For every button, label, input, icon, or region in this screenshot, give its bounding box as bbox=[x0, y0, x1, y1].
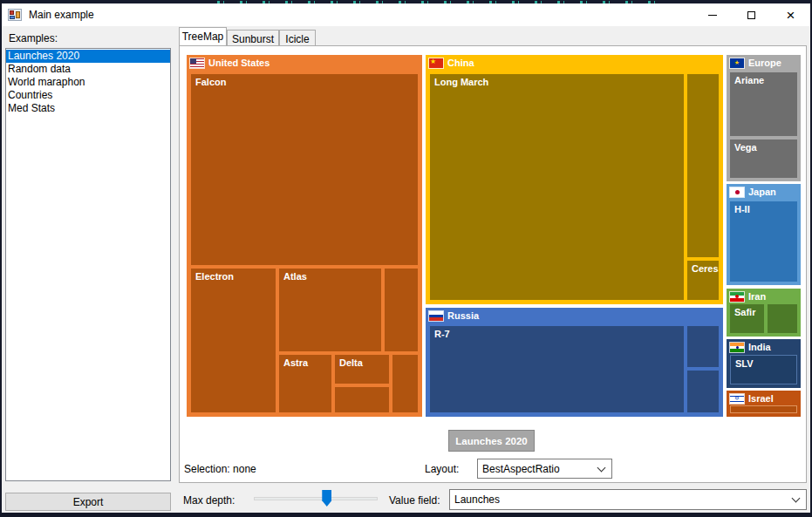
treemap-group-israel[interactable]: Israel bbox=[727, 391, 801, 417]
minimize-icon bbox=[708, 15, 717, 16]
close-button[interactable]: × bbox=[771, 3, 810, 26]
il-flag-icon bbox=[730, 394, 744, 404]
export-button[interactable]: Export bbox=[5, 493, 171, 511]
in-flag-icon bbox=[730, 343, 744, 352]
treemap-node-safir[interactable]: Safir bbox=[730, 304, 764, 333]
layout-label: Layout: bbox=[425, 463, 459, 475]
window-bottom-border bbox=[0, 513, 812, 517]
layout-combobox-value: BestAspectRatio bbox=[482, 463, 560, 475]
node-label: Safir bbox=[730, 304, 764, 317]
group-header[interactable]: United States bbox=[187, 55, 422, 71]
maximize-icon bbox=[747, 11, 755, 19]
group-header[interactable]: Iran bbox=[727, 289, 801, 304]
node-label: Long March bbox=[430, 74, 684, 87]
eu-flag-icon bbox=[730, 58, 744, 68]
node-label: H-II bbox=[730, 201, 797, 214]
treemap-node-falcon[interactable]: Falcon bbox=[191, 74, 418, 265]
treemap-group-iran[interactable]: IranSafir bbox=[727, 289, 801, 337]
treemap-node-r-7[interactable]: R-7 bbox=[430, 326, 684, 412]
node-label: Delta bbox=[335, 355, 389, 368]
group-header[interactable]: Israel bbox=[727, 391, 801, 406]
group-name: United States bbox=[208, 58, 270, 68]
treemap-tabpage: United StatesFalconElectronAtlasAstraDel… bbox=[179, 45, 807, 483]
treemap-node-astra[interactable]: Astra bbox=[279, 355, 331, 412]
tab-icicle[interactable]: Icicle bbox=[279, 30, 316, 45]
group-name: Europe bbox=[748, 58, 781, 68]
treemap-node-vega[interactable]: Vega bbox=[730, 139, 797, 178]
group-header[interactable]: Japan bbox=[727, 184, 801, 200]
treemap-node[interactable] bbox=[730, 405, 797, 413]
minimize-button[interactable] bbox=[693, 3, 732, 26]
list-item-random-data[interactable]: Random data bbox=[6, 63, 170, 76]
list-item-med-stats[interactable]: Med Stats bbox=[6, 102, 170, 115]
slider-thumb[interactable] bbox=[322, 490, 331, 507]
node-label: Falcon bbox=[191, 74, 418, 87]
titlebar: Main example × bbox=[2, 3, 810, 26]
tab-treemap[interactable]: TreeMap bbox=[179, 27, 227, 45]
group-header[interactable]: China bbox=[426, 55, 723, 71]
treemap-node-h-ii[interactable]: H-II bbox=[730, 201, 797, 282]
window-title: Main example bbox=[29, 9, 94, 21]
treemap-node[interactable] bbox=[392, 355, 418, 412]
treemap-group-russia[interactable]: RussiaR-7 bbox=[426, 308, 723, 417]
app-icon bbox=[8, 9, 22, 21]
main-form: Examples: Launches 2020Random dataWorld … bbox=[2, 26, 810, 513]
treemap-node-ariane[interactable]: Ariane bbox=[730, 72, 797, 136]
maximize-button[interactable] bbox=[732, 3, 771, 26]
group-header[interactable]: Europe bbox=[727, 55, 801, 71]
treemap-node[interactable] bbox=[768, 304, 797, 333]
treemap-group-united-states[interactable]: United StatesFalconElectronAtlasAstraDel… bbox=[187, 55, 422, 417]
chevron-down-icon bbox=[597, 463, 606, 472]
treemap-group-india[interactable]: IndiaSLV bbox=[727, 339, 801, 388]
treemap-node[interactable] bbox=[385, 269, 418, 351]
treemap-group-japan[interactable]: JapanH-II bbox=[727, 184, 801, 285]
group-header[interactable]: India bbox=[727, 339, 801, 355]
treemap-node[interactable] bbox=[687, 74, 719, 257]
list-item-launches-2020[interactable]: Launches 2020 bbox=[6, 50, 170, 63]
treemap-node-slv[interactable]: SLV bbox=[730, 355, 797, 384]
treemap-node[interactable] bbox=[687, 371, 719, 412]
treemap-node-long-march[interactable]: Long March bbox=[430, 74, 684, 300]
breadcrumb-root-button[interactable]: Launches 2020 bbox=[448, 430, 535, 452]
layout-combobox[interactable]: BestAspectRatio bbox=[477, 459, 612, 479]
group-name: Japan bbox=[748, 187, 776, 197]
node-label: Ariane bbox=[730, 72, 797, 85]
list-item-countries[interactable]: Countries bbox=[6, 89, 170, 102]
treemap-node-ceres[interactable]: Ceres bbox=[687, 261, 719, 300]
node-label: Ceres bbox=[687, 261, 719, 274]
us-flag-icon bbox=[190, 58, 204, 68]
node-label: Vega bbox=[730, 139, 797, 153]
group-name: China bbox=[447, 58, 474, 68]
treemap-node[interactable] bbox=[335, 387, 389, 412]
examples-listbox[interactable]: Launches 2020Random dataWorld maraphonCo… bbox=[5, 48, 171, 481]
treemap-node[interactable] bbox=[687, 326, 719, 367]
treemap-node-electron[interactable]: Electron bbox=[191, 269, 276, 412]
group-name: Iran bbox=[748, 291, 766, 302]
node-label: R-7 bbox=[430, 326, 684, 339]
node-label: SLV bbox=[731, 356, 796, 369]
jp-flag-icon bbox=[730, 187, 744, 197]
value-field-combobox[interactable]: Launches bbox=[449, 489, 807, 510]
cn-flag-icon bbox=[429, 58, 443, 68]
treemap-group-europe[interactable]: EuropeArianeVega bbox=[727, 55, 801, 181]
chevron-down-icon bbox=[792, 494, 801, 503]
max-depth-slider[interactable] bbox=[252, 488, 379, 511]
group-name: India bbox=[748, 342, 771, 352]
value-field-combobox-value: Launches bbox=[454, 493, 500, 506]
list-item-world-maraphon[interactable]: World maraphon bbox=[6, 76, 170, 89]
value-field-label: Value field: bbox=[389, 494, 440, 507]
treemap-group-china[interactable]: ChinaLong MarchCeres bbox=[426, 55, 723, 304]
tab-sunburst[interactable]: Sunburst bbox=[227, 30, 279, 45]
treemap-node-atlas[interactable]: Atlas bbox=[279, 269, 381, 351]
ir-flag-icon bbox=[730, 292, 744, 302]
node-label: Electron bbox=[191, 269, 276, 282]
node-label: Astra bbox=[279, 355, 331, 368]
max-depth-label: Max depth: bbox=[183, 494, 235, 507]
group-header[interactable]: Russia bbox=[426, 308, 723, 323]
selection-status: Selection: none bbox=[184, 463, 256, 475]
examples-label: Examples: bbox=[9, 32, 58, 44]
slider-track[interactable] bbox=[254, 497, 378, 500]
treemap-node-delta[interactable]: Delta bbox=[335, 355, 389, 384]
treemap-chart[interactable]: United StatesFalconElectronAtlasAstraDel… bbox=[187, 55, 801, 417]
node-label: Atlas bbox=[279, 269, 381, 282]
